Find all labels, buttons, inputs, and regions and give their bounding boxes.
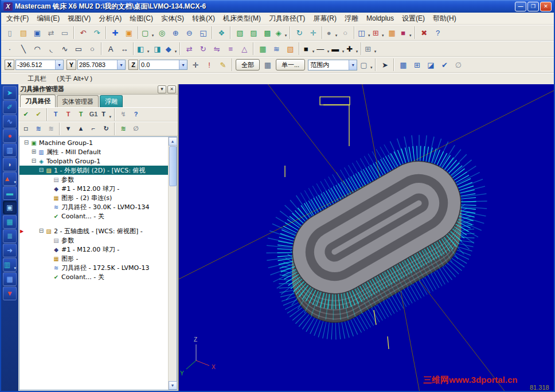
xform-mirror-icon[interactable]: ⇋ xyxy=(210,42,223,55)
tree-item[interactable]: ✔Coolant... - 关 xyxy=(19,211,168,221)
select-single-button[interactable]: 单一... xyxy=(276,59,305,70)
stock-setup-icon[interactable]: ▧ xyxy=(284,42,296,55)
select-all-dirty-operations-icon[interactable]: ✔ xyxy=(33,109,44,120)
create-text-icon[interactable]: A xyxy=(104,42,117,55)
tree-item[interactable]: ▦图形 - xyxy=(19,254,168,263)
select-arrow-icon[interactable]: ➤ xyxy=(378,58,391,71)
point-style-icon[interactable]: ✚▾ xyxy=(346,42,358,55)
dropdown-arrow-icon[interactable]: ▾ xyxy=(342,49,345,54)
tree-item[interactable]: ⊟◈Toolpath Group-1 xyxy=(19,156,168,166)
tree-item[interactable]: ▤参数 xyxy=(19,236,168,245)
dropdown-arrow-icon[interactable]: ▾ xyxy=(327,49,330,54)
y-axis-button[interactable]: Y xyxy=(67,60,76,70)
tab-solids[interactable]: 实体管理器 xyxy=(57,95,99,107)
panel-close-icon[interactable]: ✕ xyxy=(167,85,176,93)
fit-screen-icon[interactable]: ◱ xyxy=(197,26,209,39)
drop-tool-icon[interactable]: ▼ xyxy=(3,287,17,300)
regen-selected-icon[interactable]: T xyxy=(50,109,61,120)
minimize-button[interactable]: — xyxy=(515,2,526,11)
file-export-icon[interactable]: ⇄ xyxy=(45,26,57,39)
dropdown-arrow-icon[interactable]: ▾ xyxy=(175,49,177,54)
menu-item[interactable]: 帮助(H) xyxy=(429,13,460,25)
tree-item[interactable]: ▶⊟▨2 - 五轴曲线 - [WCS: 俯视图] - xyxy=(19,226,168,236)
z-history-dropdown-icon[interactable]: ▾ xyxy=(179,60,187,69)
create-fillet-icon[interactable]: ◟ xyxy=(45,42,57,55)
dropdown-arrow-icon[interactable]: ▾ xyxy=(147,49,150,54)
undo-icon[interactable]: ↶ xyxy=(77,26,89,39)
highfeed-icon[interactable]: ↯ xyxy=(118,109,129,120)
insert-arrow-icon[interactable]: ⌐ xyxy=(88,123,99,135)
machine-def-icon[interactable]: ▦ xyxy=(256,42,269,55)
toggle-toolpath-display-icon[interactable]: ≋ xyxy=(33,123,44,135)
z-coordinate-input[interactable] xyxy=(140,61,179,68)
menu-item[interactable]: 刀具路径(T) xyxy=(265,13,309,25)
y-history-dropdown-icon[interactable]: ▾ xyxy=(117,60,125,69)
create-rectangle-icon[interactable]: ▭ xyxy=(72,42,85,55)
gview-side-icon[interactable]: ▩ xyxy=(261,26,273,39)
scroll-down-icon[interactable]: ▼ xyxy=(169,381,177,390)
post-icon[interactable]: T▾ xyxy=(100,109,112,120)
operations-manager-icon[interactable]: ▣ xyxy=(3,201,17,214)
dropdown-arrow-icon[interactable]: ▾ xyxy=(382,33,384,38)
dropdown-arrow-icon[interactable]: ▾ xyxy=(335,33,338,38)
graphics-viewport[interactable]: Z Y X 三维网www.3dportal.cn 81.318 xyxy=(179,84,554,391)
book-manager-icon[interactable]: ≣ xyxy=(3,229,17,243)
menu-item[interactable]: 浮雕 xyxy=(341,13,362,25)
x-history-dropdown-icon[interactable]: ▾ xyxy=(55,60,63,69)
dropdown-arrow-icon[interactable]: ▾ xyxy=(152,33,154,38)
curve-tool-icon[interactable]: ∿ xyxy=(3,115,17,128)
solid-extrude-icon[interactable]: ◆▾ xyxy=(165,42,177,55)
help-icon[interactable]: ? xyxy=(432,26,444,39)
create-arc-icon[interactable]: ◠ xyxy=(31,42,44,55)
dimension-icon[interactable]: ↔ xyxy=(118,42,131,55)
z-axis-button[interactable]: Z xyxy=(128,60,138,70)
menu-item[interactable]: Moldplus xyxy=(362,13,398,23)
menu-item[interactable]: 分析(A) xyxy=(95,13,126,25)
maximize-button[interactable]: ❐ xyxy=(527,2,539,11)
gview-iso-icon[interactable]: ◈▾ xyxy=(275,26,287,39)
select-tool-icon[interactable]: ➤ xyxy=(3,86,17,100)
scroll-insert-icon[interactable]: ↻ xyxy=(100,123,112,135)
zoom-out-icon[interactable]: ⊖ xyxy=(183,26,196,39)
select-all-operations-icon[interactable]: ✔ xyxy=(20,109,32,120)
analyze-dynamic-icon[interactable]: ▣ xyxy=(123,26,135,39)
panel-manager-icon[interactable]: ▥▾ xyxy=(3,258,17,272)
analyze-position-icon[interactable]: ✚ xyxy=(109,26,122,39)
tree-item[interactable]: ≋刀具路径 - 172.5K - LVMO-13 xyxy=(19,263,168,272)
cylinder-tool-icon[interactable]: ◗ xyxy=(3,158,17,171)
lock-toolpath-icon[interactable]: ◘ xyxy=(20,123,32,135)
tab-toolpaths[interactable]: 刀具路径 xyxy=(20,95,56,107)
y-coordinate-input[interactable] xyxy=(78,61,117,68)
tree-item[interactable]: ⊟▣Machine Group-1 xyxy=(19,138,168,147)
zoom-in-icon[interactable]: ⊕ xyxy=(169,26,182,39)
dropdown-arrow-icon[interactable]: ▾ xyxy=(374,49,377,54)
attribute-color-icon[interactable]: ■▾ xyxy=(302,42,315,55)
surface-trim-icon[interactable]: ◨ xyxy=(151,42,163,55)
pan-view-icon[interactable]: ✛ xyxy=(307,26,319,39)
gview-top-icon[interactable]: ▧ xyxy=(233,26,246,39)
attributes-icon[interactable]: ▦ xyxy=(386,26,398,39)
selection-range-combo[interactable]: 范围内 ▾ xyxy=(308,60,357,70)
grid2-icon[interactable]: ▦ xyxy=(3,272,17,286)
scrollbar-thumb[interactable] xyxy=(169,146,177,186)
selection-clear-icon[interactable]: ∅ xyxy=(452,58,464,71)
gview-front-icon[interactable]: ▨ xyxy=(247,26,260,39)
menu-item[interactable]: 实体(S) xyxy=(157,13,188,25)
menu-item[interactable]: 屏幕(R) xyxy=(309,13,341,25)
sketch-edit-icon[interactable]: ✎ xyxy=(217,58,229,71)
dropdown-arrow-icon[interactable]: ▾ xyxy=(285,33,287,38)
shading-icon[interactable]: ●▾ xyxy=(325,26,338,39)
selection-solids-icon[interactable]: ◪ xyxy=(424,58,437,71)
surface-panel-icon[interactable]: ▥ xyxy=(3,143,17,157)
dropdown-arrow-icon[interactable]: ▾ xyxy=(409,33,412,38)
line-style-icon[interactable]: —▾ xyxy=(316,42,330,55)
verify-icon[interactable]: T xyxy=(75,109,87,120)
tree-item[interactable]: ▦图形 - (2) 串连(s) xyxy=(19,193,168,202)
surface-create-icon[interactable]: ◧▾ xyxy=(136,42,150,55)
sphere-tool-icon[interactable]: ● xyxy=(3,129,17,143)
zoom-target-icon[interactable]: ◎ xyxy=(155,26,168,39)
menu-item[interactable]: 机床类型(M) xyxy=(219,13,265,25)
dropdown-arrow-icon[interactable]: ▾ xyxy=(14,180,16,185)
tree-scrollbar[interactable]: ▲ ▼ xyxy=(168,137,177,390)
select-last-icon[interactable]: ▦ xyxy=(261,58,274,71)
